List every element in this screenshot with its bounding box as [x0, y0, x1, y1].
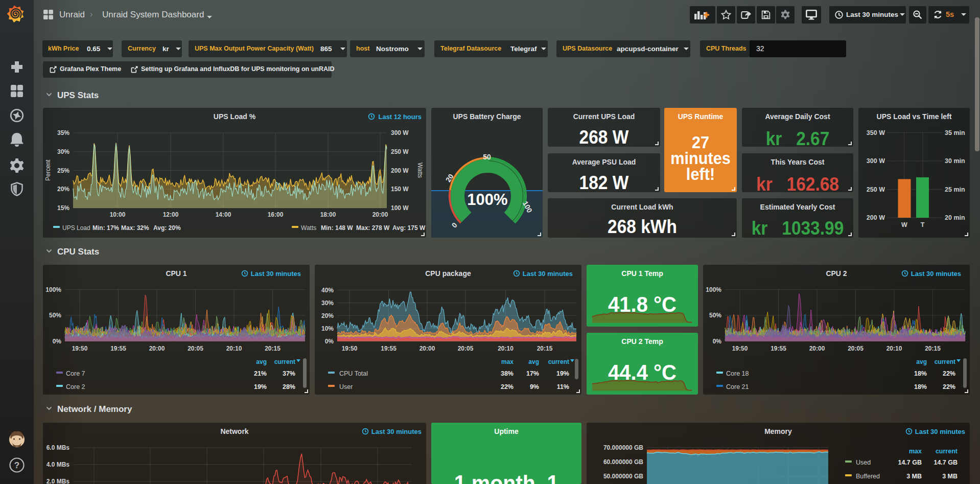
- svg-text:250 W: 250 W: [867, 186, 885, 193]
- svg-text:35 min: 35 min: [945, 129, 965, 136]
- svg-text:20:00: 20:00: [419, 345, 435, 352]
- svg-text:30%: 30%: [321, 299, 334, 307]
- svg-text:max: max: [909, 448, 922, 455]
- svg-text:T: T: [921, 221, 925, 228]
- svg-text:38%: 38%: [501, 370, 514, 377]
- svg-text:25 min: 25 min: [945, 186, 965, 193]
- svg-text:UPS Battery Charge: UPS Battery Charge: [453, 112, 521, 121]
- svg-text:current: current: [936, 448, 958, 455]
- svg-text:0%: 0%: [713, 338, 722, 345]
- svg-text:avg: avg: [528, 358, 539, 365]
- svg-text:20:15: 20:15: [265, 345, 281, 352]
- svg-text:100%: 100%: [706, 286, 721, 293]
- svg-text:User: User: [339, 383, 353, 390]
- svg-text:100 W: 100 W: [391, 204, 409, 212]
- svg-text:18%: 18%: [914, 383, 927, 390]
- svg-text:19:55: 19:55: [771, 345, 786, 352]
- svg-text:Last 30 minutes: Last 30 minutes: [523, 270, 573, 278]
- svg-text:20:10: 20:10: [886, 345, 902, 352]
- svg-text:Min: 148 W: Min: 148 W: [321, 224, 353, 232]
- svg-text:50%: 50%: [49, 312, 61, 319]
- svg-text:30 min: 30 min: [945, 157, 965, 165]
- svg-text:CPU 1: CPU 1: [166, 269, 186, 278]
- svg-text:Used: Used: [856, 459, 871, 466]
- svg-text:4.0 MBs: 4.0 MBs: [46, 461, 70, 468]
- svg-text:20:15: 20:15: [537, 345, 553, 352]
- svg-text:current: current: [548, 358, 569, 365]
- svg-text:70.000000 GB: 70.000000 GB: [603, 444, 643, 451]
- svg-text:Last 30 minutes: Last 30 minutes: [915, 428, 965, 435]
- svg-text:3 MB: 3 MB: [942, 473, 958, 480]
- svg-text:0%: 0%: [325, 338, 334, 345]
- svg-text:avg: avg: [256, 358, 267, 365]
- svg-text:UPS Load %: UPS Load %: [214, 112, 256, 121]
- svg-text:20:00: 20:00: [372, 211, 388, 218]
- svg-text:21%: 21%: [254, 370, 267, 377]
- svg-text:3 MB: 3 MB: [906, 473, 922, 480]
- svg-text:18:00: 18:00: [320, 211, 336, 218]
- svg-text:14:00: 14:00: [216, 211, 231, 218]
- svg-text:Core 18: Core 18: [726, 370, 749, 377]
- svg-text:current: current: [935, 358, 955, 365]
- svg-text:60.000000 GB: 60.000000 GB: [603, 458, 643, 466]
- svg-text:Last 30 minutes: Last 30 minutes: [371, 428, 422, 435]
- svg-text:17%: 17%: [526, 370, 539, 377]
- svg-text:20:10: 20:10: [498, 345, 514, 352]
- svg-text:Percent: Percent: [44, 159, 52, 181]
- svg-text:20:10: 20:10: [226, 345, 242, 352]
- svg-text:19:55: 19:55: [381, 345, 396, 352]
- svg-text:Avg: 175 W: Avg: 175 W: [392, 224, 426, 232]
- svg-text:avg: avg: [916, 358, 927, 365]
- svg-text:Core 2: Core 2: [66, 383, 85, 390]
- svg-text:19%: 19%: [556, 370, 569, 377]
- svg-text:20:15: 20:15: [925, 345, 941, 352]
- svg-text:16:00: 16:00: [268, 211, 284, 218]
- svg-text:Core 7: Core 7: [66, 370, 85, 377]
- svg-text:35%: 35%: [57, 129, 69, 136]
- svg-text:22%: 22%: [501, 383, 514, 390]
- svg-text:20:05: 20:05: [188, 345, 203, 352]
- svg-text:200 W: 200 W: [867, 214, 885, 221]
- svg-text:19:50: 19:50: [732, 345, 748, 352]
- svg-text:100%: 100%: [45, 286, 61, 293]
- svg-text:CPU Total: CPU Total: [339, 370, 368, 377]
- svg-text:Last 30 minutes: Last 30 minutes: [251, 270, 301, 278]
- svg-text:UPS Load vs Time left: UPS Load vs Time left: [877, 112, 952, 121]
- svg-text:Last 30 minutes: Last 30 minutes: [911, 270, 961, 278]
- svg-text:Last 12 hours: Last 12 hours: [378, 113, 422, 121]
- svg-text:20%: 20%: [57, 186, 69, 193]
- svg-text:CPU 2: CPU 2: [826, 269, 847, 278]
- svg-text:200 W: 200 W: [391, 167, 409, 174]
- svg-text:37%: 37%: [283, 370, 295, 377]
- svg-text:300 W: 300 W: [867, 157, 885, 165]
- svg-text:19:55: 19:55: [110, 345, 126, 352]
- svg-text:22%: 22%: [943, 370, 955, 377]
- svg-text:0%: 0%: [53, 338, 62, 345]
- svg-text:Max: 278 W: Max: 278 W: [356, 224, 390, 232]
- svg-text:15%: 15%: [57, 204, 69, 212]
- svg-text:?: ?: [14, 460, 19, 470]
- svg-text:9%: 9%: [530, 383, 539, 390]
- svg-text:current: current: [274, 358, 295, 365]
- svg-text:50.000000 GB: 50.000000 GB: [603, 473, 643, 480]
- svg-text:20%: 20%: [321, 312, 334, 319]
- svg-text:Core 21: Core 21: [726, 383, 749, 390]
- svg-text:20:05: 20:05: [848, 345, 864, 352]
- svg-text:UPS Load: UPS Load: [62, 224, 90, 232]
- svg-text:Avg: 20%: Avg: 20%: [153, 224, 181, 232]
- svg-text:Max: 32%: Max: 32%: [121, 224, 149, 232]
- svg-text:W: W: [901, 221, 907, 228]
- svg-text:28%: 28%: [283, 383, 295, 390]
- svg-text:20:00: 20:00: [809, 345, 825, 352]
- svg-text:25%: 25%: [57, 167, 69, 174]
- svg-text:2.0 MBs: 2.0 MBs: [46, 478, 70, 484]
- svg-text:Network: Network: [220, 427, 248, 435]
- svg-text:22%: 22%: [943, 383, 955, 390]
- svg-text:30%: 30%: [57, 148, 69, 155]
- svg-text:11%: 11%: [557, 383, 569, 390]
- svg-text:19:50: 19:50: [342, 345, 358, 352]
- svg-text:Min: 17%: Min: 17%: [92, 224, 119, 232]
- svg-text:50: 50: [483, 153, 491, 161]
- svg-text:300 W: 300 W: [391, 129, 409, 136]
- svg-text:20:00: 20:00: [149, 345, 165, 352]
